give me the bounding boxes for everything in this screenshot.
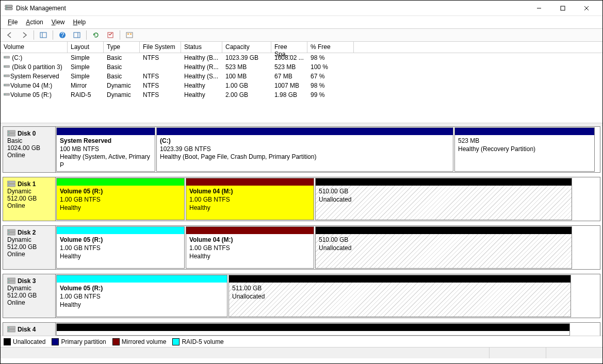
- svg-point-25: [5, 85, 5, 85]
- svg-point-38: [8, 230, 9, 231]
- disk-label: Disk 4: [18, 326, 36, 333]
- partition-size: 1.00 GB NTFS: [189, 196, 311, 204]
- svg-point-46: [8, 327, 9, 328]
- settings-button[interactable]: [123, 29, 136, 41]
- partition-size: 100 MB NTFS: [60, 145, 152, 154]
- disk-info[interactable]: Disk 1Dynamic512.00 GBOnline: [3, 177, 56, 221]
- partition-status: Unallocated: [319, 196, 568, 204]
- svg-point-3: [6, 8, 7, 9]
- svg-point-23: [5, 75, 5, 76]
- disk-state: Online: [7, 202, 51, 209]
- partition-size: 1.00 GB NTFS: [60, 293, 224, 301]
- forward-button[interactable]: [18, 29, 30, 41]
- menu-help[interactable]: Help: [69, 18, 90, 27]
- partition-color-bar: [455, 128, 594, 135]
- partition-size: 510.00 GB: [319, 236, 568, 244]
- legend-raid5: RAID-5 volume: [172, 338, 223, 345]
- col-capacity[interactable]: Capacity: [222, 42, 271, 53]
- table-row[interactable]: (C:)SimpleBasicNTFSHealthy (B...1023.39 …: [1, 53, 602, 62]
- col-spacer: [354, 42, 602, 53]
- partition[interactable]: Volume 04 (M:)1.00 GB NTFSHealthy: [186, 178, 314, 220]
- volume-name: Volume 04 (M:): [10, 82, 52, 89]
- disk-row[interactable]: Disk 0Basic1024.00 GBOnlineSystem Reserv…: [3, 126, 600, 173]
- disk-icon: [7, 229, 15, 236]
- table-row[interactable]: Volume 04 (M:)MirrorDynamicNTFSHealthy1.…: [1, 81, 602, 90]
- partition[interactable]: [56, 323, 570, 336]
- menu-view[interactable]: View: [47, 18, 69, 27]
- partition[interactable]: 510.00 GBUnallocated: [315, 226, 572, 269]
- table-row[interactable]: Volume 05 (R:)RAID-5DynamicNTFSHealthy2.…: [1, 90, 602, 100]
- partition-title: Volume 04 (M:): [189, 236, 311, 244]
- disk-info[interactable]: Disk 3Dynamic512.00 GBOnline: [3, 274, 56, 318]
- maximize-button[interactable]: [551, 1, 575, 16]
- close-button[interactable]: [575, 1, 598, 16]
- legend-mirrored: Mirrored volume: [112, 338, 167, 345]
- partition[interactable]: 523 MBHealthy (Recovery Partition): [454, 127, 595, 172]
- partition[interactable]: 510.00 GBUnallocated: [315, 178, 572, 220]
- disk-row[interactable]: Disk 2Dynamic512.00 GBOnlineVolume 05 (R…: [3, 225, 600, 270]
- partition-color-bar: [57, 227, 184, 234]
- partition-status: Unallocated: [319, 244, 568, 253]
- svg-point-42: [8, 279, 9, 280]
- volume-table-header: Volume Layout Type File System Status Ca…: [1, 42, 602, 53]
- col-type[interactable]: Type: [104, 42, 140, 53]
- disk-graphic-panel[interactable]: Disk 0Basic1024.00 GBOnlineSystem Reserv…: [1, 123, 602, 336]
- disk-row[interactable]: Disk 1Dynamic512.00 GBOnlineVolume 05 (R…: [3, 177, 600, 221]
- partition[interactable]: (C:)1023.39 GB NTFSHealthy (Boot, Page F…: [156, 127, 453, 172]
- col-filesystem[interactable]: File System: [140, 42, 181, 53]
- volume-name: (Disk 0 partition 3): [10, 63, 62, 71]
- refresh-button[interactable]: [90, 29, 102, 41]
- minimize-button[interactable]: [527, 1, 551, 16]
- disk-size: 512.00 GB: [7, 195, 51, 202]
- disk-info[interactable]: Disk 0Basic1024.00 GBOnline: [3, 127, 56, 172]
- partition-status: Healthy: [189, 253, 311, 261]
- col-layout[interactable]: Layout: [68, 42, 104, 53]
- col-freespace[interactable]: Free Spa...: [271, 42, 307, 53]
- volume-name: (C:): [10, 54, 22, 61]
- menu-bar: File Action View Help: [1, 16, 602, 28]
- table-row[interactable]: System ReservedSimpleBasicNTFSHealthy (S…: [1, 72, 602, 81]
- table-row[interactable]: (Disk 0 partition 3)SimpleBasicHealthy (…: [1, 62, 602, 72]
- col-status[interactable]: Status: [181, 42, 222, 53]
- disk-type: Dynamic: [7, 236, 51, 243]
- menu-file[interactable]: File: [4, 18, 22, 27]
- action-pane-button[interactable]: [71, 29, 83, 41]
- partition-status: Healthy (Recovery Partition): [458, 145, 591, 154]
- col-pctfree[interactable]: % Free: [307, 42, 354, 53]
- disk-label: Disk 1: [18, 180, 36, 188]
- partition-size: 1023.39 GB NTFS: [160, 145, 450, 154]
- disk-info[interactable]: Disk 4: [3, 323, 56, 336]
- show-hide-console-tree-button[interactable]: [37, 29, 50, 41]
- partition[interactable]: Volume 05 (R:)1.00 GB NTFSHealthy: [56, 226, 185, 269]
- partition-size: 510.00 GB: [319, 188, 568, 196]
- partition-title: Volume 05 (R:): [60, 285, 224, 293]
- partition[interactable]: Volume 05 (R:)1.00 GB NTFSHealthy: [56, 178, 185, 220]
- partition-color-bar: [57, 128, 155, 135]
- disk-icon: [7, 130, 15, 137]
- partition-color-bar: [316, 227, 572, 234]
- help-button[interactable]: ?: [56, 29, 69, 41]
- disk-row[interactable]: Disk 4: [3, 322, 600, 336]
- partition-color-bar: [57, 178, 184, 186]
- properties-button[interactable]: [104, 29, 117, 41]
- disk-state: Online: [7, 299, 51, 306]
- partition-title: System Reserved: [60, 137, 152, 145]
- partition[interactable]: Volume 04 (M:)1.00 GB NTFSHealthy: [186, 226, 314, 269]
- partition[interactable]: Volume 05 (R:)1.00 GB NTFSHealthy: [56, 275, 227, 317]
- svg-point-21: [5, 66, 5, 67]
- disk-info[interactable]: Disk 2Dynamic512.00 GBOnline: [3, 226, 56, 269]
- partition-color-bar: [57, 275, 227, 283]
- disk-row[interactable]: Disk 3Dynamic512.00 GBOnlineVolume 05 (R…: [3, 274, 600, 318]
- partition-title: Volume 05 (R:): [60, 188, 181, 196]
- menu-action[interactable]: Action: [22, 18, 47, 27]
- back-button[interactable]: [4, 29, 16, 41]
- partition-status: Healthy: [60, 301, 224, 309]
- window-title: Disk Management: [16, 5, 527, 12]
- disk-icon: [7, 326, 15, 333]
- partition[interactable]: 511.00 GBUnallocated: [229, 275, 571, 317]
- partition[interactable]: System Reserved100 MB NTFSHealthy (Syste…: [56, 127, 155, 172]
- partition-color-bar: [186, 227, 314, 234]
- disk-label: Disk 0: [18, 130, 36, 137]
- col-volume[interactable]: Volume: [1, 42, 68, 53]
- volume-icon: [4, 92, 9, 97]
